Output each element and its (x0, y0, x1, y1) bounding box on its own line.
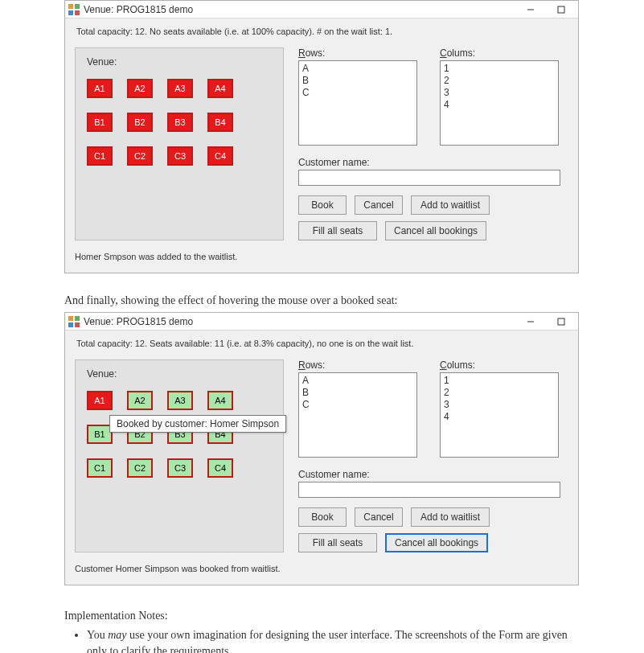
seat-A3[interactable]: A3 (167, 79, 193, 98)
cancel-all-button[interactable]: Cancel all bookings (385, 533, 488, 552)
fill-seats-button[interactable]: Fill all seats (298, 533, 377, 552)
seat-B3[interactable]: B3 (167, 113, 193, 132)
notes-list: You may use your own imagination for des… (64, 627, 580, 653)
notes-heading: Implementation Notes: (64, 610, 580, 622)
seat-C2[interactable]: C2 (127, 146, 153, 166)
seat-A2[interactable]: A2 (127, 79, 153, 98)
svg-rect-8 (68, 322, 73, 327)
list-item[interactable]: B (302, 75, 413, 87)
svg-rect-5 (558, 6, 564, 13)
seat-A4[interactable]: A4 (207, 79, 233, 98)
footer-message: Homer Smpson was added to the waitlist. (75, 252, 568, 261)
list-item[interactable]: C (302, 87, 413, 99)
seat-C1[interactable]: C1 (87, 146, 113, 166)
maximize-button[interactable] (551, 2, 572, 17)
titlebar: Venue: PROG1815 demo (65, 1, 578, 18)
maximize-button[interactable] (551, 314, 572, 329)
book-button[interactable]: Book (298, 195, 347, 215)
customer-label: Customer name: (298, 157, 568, 168)
list-item[interactable]: 2 (444, 387, 555, 399)
seat-C4[interactable]: C4 (207, 458, 233, 478)
add-waitlist-button[interactable]: Add to waitlist (411, 195, 490, 215)
minimize-button[interactable] (520, 2, 541, 17)
svg-rect-11 (558, 318, 564, 325)
cancel-button[interactable]: Cancel (355, 507, 403, 527)
window-controls (520, 314, 575, 329)
list-item[interactable]: 3 (444, 87, 555, 99)
venue-panel: Venue: A1A2A3A4B1B2B3B4C1C2C3C4 (75, 47, 284, 240)
status-text: Total capacity: 12. Seats available: 11 … (76, 339, 568, 348)
footer-message: Customer Homer Simpson was booked from w… (75, 564, 568, 573)
book-button[interactable]: Book (298, 507, 347, 527)
seat-C3[interactable]: C3 (167, 146, 193, 166)
customer-label: Customer name: (298, 469, 568, 480)
window-controls (520, 2, 575, 17)
venue-label: Venue: (87, 368, 272, 380)
svg-rect-1 (75, 4, 80, 9)
window-2: Venue: PROG1815 demo Total capacity: 12.… (64, 312, 579, 585)
window-title: Venue: PROG1815 demo (84, 4, 193, 15)
seat-tooltip: Booked by customer: Homer Simpson (109, 415, 286, 433)
customer-input[interactable] (298, 170, 560, 186)
seat-B1[interactable]: B1 (87, 113, 113, 132)
fill-seats-button[interactable]: Fill all seats (298, 221, 377, 240)
cols-listbox[interactable]: 1234 (440, 60, 559, 146)
rows-label: Rows: (298, 47, 417, 59)
seat-grid: A1A2A3A4B1B2B3B4C1C2C3C4 (87, 79, 272, 166)
seat-A4[interactable]: A4 (207, 391, 233, 410)
seat-A1[interactable]: A1 (87, 391, 113, 410)
cols-listbox[interactable]: 1234 (440, 372, 559, 458)
seat-C2[interactable]: C2 (127, 458, 153, 478)
list-item[interactable]: A (302, 375, 413, 387)
seat-A3[interactable]: A3 (167, 391, 193, 410)
seat-A1[interactable]: A1 (87, 79, 113, 98)
svg-rect-2 (68, 10, 73, 15)
svg-rect-6 (68, 316, 73, 321)
note-item: You may use your own imagination for des… (87, 627, 580, 653)
list-item[interactable]: A (302, 63, 413, 75)
seat-C4[interactable]: C4 (207, 146, 233, 166)
seat-B2[interactable]: B2 (127, 113, 153, 132)
seat-grid: A1A2A3A4B1B2B3B4C1C2C3C4 (87, 391, 272, 478)
cancel-all-button[interactable]: Cancel all bookings (385, 221, 486, 240)
seat-C1[interactable]: C1 (87, 458, 113, 478)
list-item[interactable]: B (302, 387, 413, 399)
venue-label: Venue: (87, 56, 272, 68)
svg-rect-9 (75, 322, 80, 327)
list-item[interactable]: C (302, 399, 413, 411)
seat-C3[interactable]: C3 (167, 458, 193, 478)
list-item[interactable]: 3 (444, 399, 555, 411)
add-waitlist-button[interactable]: Add to waitlist (411, 507, 490, 527)
rows-listbox[interactable]: ABC (298, 372, 417, 458)
cancel-button[interactable]: Cancel (355, 195, 403, 215)
list-item[interactable]: 4 (444, 411, 555, 423)
status-text: Total capacity: 12. No seats available (… (76, 27, 568, 36)
cols-label: Colums: (440, 359, 559, 371)
list-item[interactable]: 2 (444, 75, 555, 87)
cols-label: Colums: (440, 47, 559, 59)
rows-listbox[interactable]: ABC (298, 60, 417, 146)
svg-rect-3 (75, 10, 80, 15)
venue-panel: Venue: A1A2A3A4B1B2B3B4C1C2C3C4 Booked b… (75, 359, 284, 552)
svg-rect-7 (75, 316, 80, 321)
list-item[interactable]: 1 (444, 375, 555, 387)
seat-B4[interactable]: B4 (207, 113, 233, 132)
seat-A2[interactable]: A2 (127, 391, 153, 410)
app-icon (68, 316, 80, 327)
caption-between: And finally, showing the effect of hover… (64, 294, 580, 307)
window-1: Venue: PROG1815 demo Total capacity: 12.… (64, 0, 579, 273)
titlebar: Venue: PROG1815 demo (65, 313, 578, 331)
list-item[interactable]: 4 (444, 99, 555, 111)
minimize-button[interactable] (520, 314, 541, 329)
svg-rect-0 (68, 4, 73, 9)
window-title: Venue: PROG1815 demo (84, 316, 193, 327)
customer-input[interactable] (298, 482, 560, 498)
list-item[interactable]: 1 (444, 63, 555, 75)
app-icon (68, 4, 80, 15)
rows-label: Rows: (298, 359, 417, 371)
